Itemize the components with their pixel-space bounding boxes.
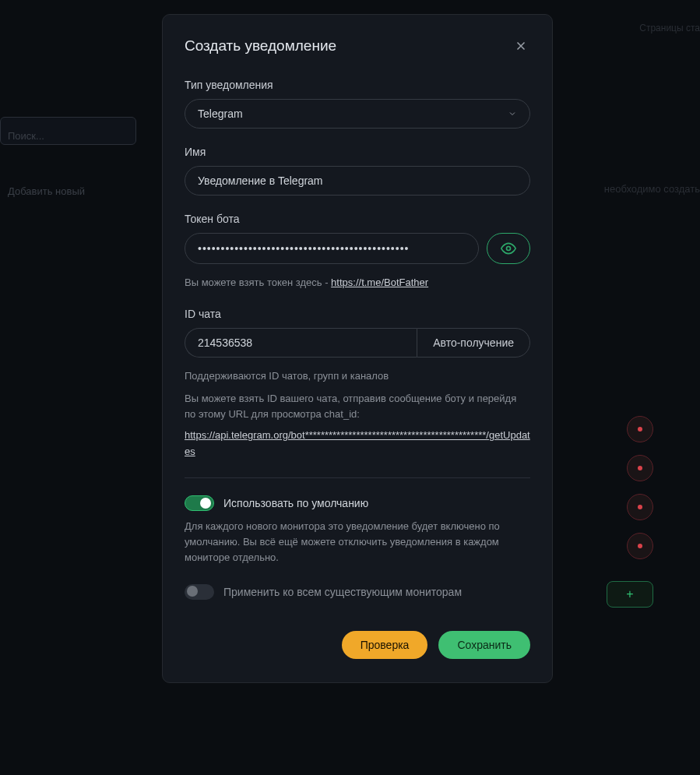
token-input[interactable] [185,233,479,264]
close-icon [514,39,528,53]
modal-footer: Проверка Сохранить [185,631,530,659]
toggle-knob [187,586,198,597]
name-label: Имя [185,146,530,158]
show-token-button[interactable] [487,233,530,264]
chatid-hint-1: Поддерживаются ID чатов, групп и каналов [185,368,530,384]
chatid-label: ID чата [185,308,530,320]
bg-right-text: необходимо создать [604,183,700,195]
name-input[interactable] [185,166,530,196]
default-toggle-label: Использовать по умолчанию [223,497,368,509]
toggle-knob [200,498,211,509]
bg-status-dot [627,455,653,481]
apply-all-toggle-label: Применить ко всем существующим мониторам [223,586,462,598]
bg-add-new-label: Добавить новый [8,185,85,197]
apply-all-toggle[interactable] [185,584,214,600]
close-button[interactable] [512,37,530,55]
token-group: Токен бота Вы можете взять токен здесь -… [185,213,530,291]
default-toggle[interactable] [185,495,214,511]
modal-title: Создать уведомление [185,37,336,55]
chevron-down-icon [508,109,517,118]
type-group: Тип уведомления Telegram [185,79,530,129]
chatid-group: ID чата Авто-получение Поддерживаются ID… [185,308,530,460]
default-toggle-desc: Для каждого нового монитора это уведомле… [185,519,530,565]
notification-modal: Создать уведомление Тип уведомления Tele… [162,14,553,683]
bg-status-dot [627,533,653,559]
default-toggle-row: Использовать по умолчанию [185,495,530,511]
test-button[interactable]: Проверка [342,631,428,659]
type-select[interactable]: Telegram [185,99,530,129]
autoget-button[interactable]: Авто-получение [417,328,530,358]
modal-header: Создать уведомление [185,37,530,55]
divider [185,477,530,478]
name-group: Имя [185,146,530,196]
getupdates-link[interactable]: https://api.telegram.org/bot************… [185,428,530,460]
token-hint-text: Вы можете взять токен здесь - [185,277,331,288]
eye-icon [501,241,516,256]
chatid-input[interactable] [185,328,417,358]
token-label: Токен бота [185,213,530,225]
botfather-link[interactable]: https://t.me/BotFather [331,277,428,288]
chatid-hint-2: Вы можете взять ID вашего чата, отправив… [185,391,530,421]
token-hint: Вы можете взять токен здесь - https://t.… [185,275,530,291]
type-label: Тип уведомления [185,79,530,91]
bg-top-right-text: Страницы ста [639,23,700,33]
bg-add-button: + [607,581,653,608]
bg-status-dot [627,416,653,442]
bg-status-dot [627,494,653,520]
type-select-value: Telegram [198,107,243,120]
save-button[interactable]: Сохранить [438,631,530,659]
svg-point-0 [507,247,511,251]
apply-all-toggle-row: Применить ко всем существующим мониторам [185,584,530,600]
bg-search-placeholder: Поиск... [8,130,44,142]
